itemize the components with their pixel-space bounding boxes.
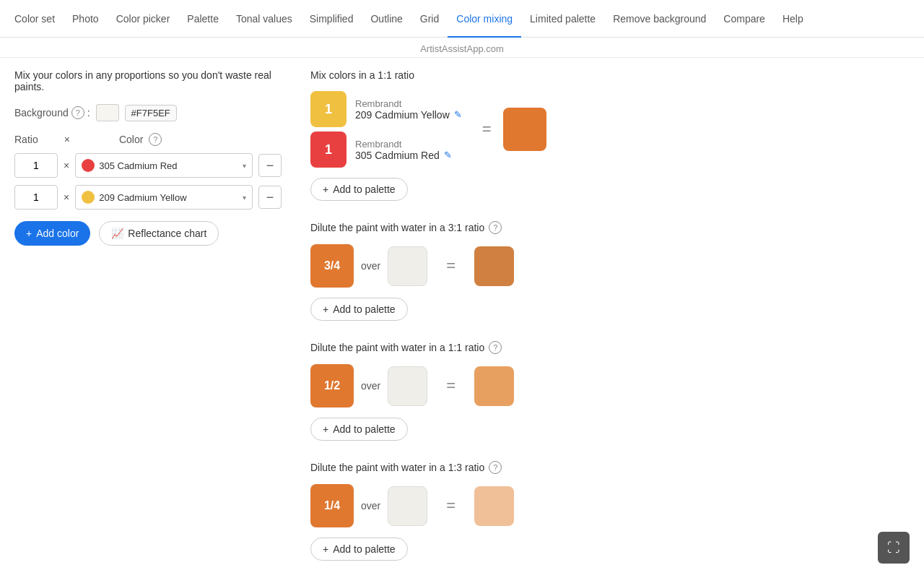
dilution-help-icon-2[interactable]: ?	[489, 461, 502, 474]
nav-item-grid[interactable]: Grid	[411, 0, 448, 38]
nav-item-help[interactable]: Help	[774, 0, 812, 38]
dilution-row-1: 1/2 over =	[310, 364, 910, 407]
nav-item-compare[interactable]: Compare	[715, 0, 774, 38]
ratio-badge-1: 1	[310, 131, 346, 168]
chart-icon: 📈	[111, 228, 123, 239]
mix-section: Mix colors in a 1:1 ratio 1 Rembrandt 20…	[310, 69, 910, 201]
add-to-palette-button-dilution-0[interactable]: + Add to palette	[310, 298, 408, 321]
color-row-1: 123 × 209 Cadmium Yellow ▾ −	[14, 185, 282, 210]
color-help-icon[interactable]: ?	[149, 133, 162, 146]
dilute-badge-2: 1/4	[310, 484, 354, 527]
nav-item-simplified[interactable]: Simplified	[301, 0, 362, 38]
water-swatch-0	[388, 246, 427, 286]
plus-icon: +	[26, 228, 32, 239]
dilution-sections: Dilute the paint with water in a 3:1 rat…	[310, 221, 910, 578]
x-sign-0: ×	[64, 160, 69, 171]
over-label-2: over	[361, 500, 380, 512]
color-name-0: 305 Cadmium Red	[99, 160, 238, 171]
dilution-equals-2: =	[446, 496, 456, 515]
background-label: Background ?:	[14, 106, 90, 119]
page-description: Mix your colors in any proportions so yo…	[14, 69, 282, 92]
ratio-label: Ratio	[14, 134, 38, 145]
color-rows: 123 × 305 Cadmium Red ▾ − 123 × 209 Cadm…	[14, 153, 282, 210]
x-label: ×	[64, 134, 70, 145]
add-palette-label-dilution-0: Add to palette	[333, 303, 395, 315]
dilution-section-2: Dilute the paint with water in a 1:3 rat…	[310, 461, 910, 561]
color-row-0: 123 × 305 Cadmium Red ▾ −	[14, 153, 282, 178]
over-label-1: over	[361, 380, 380, 392]
dilution-result-2	[474, 486, 514, 526]
remove-color-button-0[interactable]: −	[258, 154, 282, 177]
x-sign-1: ×	[64, 191, 69, 203]
add-palette-label-mix: Add to palette	[333, 184, 395, 195]
color-dot-1	[82, 191, 95, 204]
nav-item-photo[interactable]: Photo	[64, 0, 108, 38]
equals-sign: =	[482, 120, 492, 139]
dilution-section-1: Dilute the paint with water in a 1:1 rat…	[310, 341, 910, 441]
dilution-title-0: Dilute the paint with water in a 3:1 rat…	[310, 221, 910, 234]
nav-item-outline[interactable]: Outline	[362, 0, 411, 38]
color-selector-0[interactable]: 305 Cadmium Red ▾	[75, 153, 253, 178]
mix-color-block-0: 1 Rembrandt 209 Cadmium Yellow ✎	[310, 91, 471, 127]
dilute-badge-1: 1/2	[310, 364, 354, 407]
color-brand-0: Rembrandt	[355, 98, 462, 109]
dilute-badge-0: 3/4	[310, 244, 354, 288]
ratio-header: Ratio × Color ?	[14, 133, 282, 146]
background-swatch[interactable]	[96, 104, 119, 121]
chevron-down-icon-0: ▾	[243, 162, 246, 170]
over-label-0: over	[361, 260, 380, 272]
add-to-palette-button-dilution-2[interactable]: + Add to palette	[310, 538, 408, 561]
nav-item-palette[interactable]: Palette	[178, 0, 227, 38]
dilution-help-icon-1[interactable]: ?	[489, 341, 502, 354]
dilution-result-1	[474, 366, 514, 406]
color-info-1: Rembrandt 305 Cadmium Red ✎	[346, 134, 461, 165]
dilution-result-0	[474, 246, 514, 286]
plus-icon-palette-dilution-2: +	[323, 543, 328, 555]
app-subtitle: ArtistAssistApp.com	[0, 38, 924, 58]
add-to-palette-button-mix[interactable]: + Add to palette	[310, 178, 408, 201]
left-panel: Mix your colors in any proportions so yo…	[14, 69, 282, 578]
edit-color-icon-1[interactable]: ✎	[444, 150, 452, 160]
water-swatch-1	[388, 366, 427, 406]
plus-icon-palette-dilution-0: +	[323, 303, 328, 315]
color-name-1: 209 Cadmium Yellow	[99, 192, 238, 203]
add-color-label: Add color	[36, 228, 79, 239]
add-to-palette-button-dilution-1[interactable]: + Add to palette	[310, 418, 408, 441]
plus-icon-palette-dilution-1: +	[323, 423, 328, 435]
dilution-help-icon-0[interactable]: ?	[489, 221, 502, 234]
color-info-0: Rembrandt 209 Cadmium Yellow ✎	[346, 94, 471, 125]
mix-title: Mix colors in a 1:1 ratio	[310, 69, 910, 81]
nav-item-color-picker[interactable]: Color picker	[108, 0, 179, 38]
dilution-title-2: Dilute the paint with water in a 1:3 rat…	[310, 461, 910, 474]
add-palette-label-dilution-2: Add to palette	[333, 543, 395, 555]
water-swatch-2	[388, 486, 427, 526]
remove-color-button-1[interactable]: −	[258, 186, 282, 209]
action-buttons: + Add color 📈 Reflectance chart	[14, 221, 282, 246]
nav-item-tonal-values[interactable]: Tonal values	[227, 0, 301, 38]
color-brand-1: Rembrandt	[355, 139, 452, 150]
color-selector-1[interactable]: 209 Cadmium Yellow ▾	[75, 185, 253, 210]
color-paint-name-1: 305 Cadmium Red ✎	[355, 150, 452, 161]
background-help-icon[interactable]: ?	[71, 106, 84, 119]
edit-color-icon-0[interactable]: ✎	[454, 109, 462, 120]
mix-color-block-1: 1 Rembrandt 305 Cadmium Red ✎	[310, 131, 471, 168]
mix-result-swatch	[503, 108, 546, 151]
nav-item-remove-background[interactable]: Remove background	[604, 0, 715, 38]
right-panel: Mix colors in a 1:1 ratio 1 Rembrandt 20…	[310, 69, 910, 578]
add-color-button[interactable]: + Add color	[14, 221, 90, 246]
dilution-section-0: Dilute the paint with water in a 3:1 rat…	[310, 221, 910, 321]
ratio-badge-0: 1	[310, 91, 346, 127]
fullscreen-button[interactable]: ⛶	[878, 532, 910, 564]
reflectance-chart-button[interactable]: 📈 Reflectance chart	[99, 221, 219, 246]
color-dot-0	[82, 159, 95, 172]
ratio-select-0[interactable]: 123	[14, 153, 58, 178]
background-hex: #F7F5EF	[125, 105, 177, 121]
ratio-select-1[interactable]: 123	[14, 185, 58, 210]
dilution-equals-1: =	[446, 376, 456, 395]
nav-item-color-mixing[interactable]: Color mixing	[448, 0, 521, 38]
reflectance-label: Reflectance chart	[128, 228, 206, 239]
mix-colors-row: 1 Rembrandt 209 Cadmium Yellow ✎ 1 Rembr…	[310, 91, 910, 168]
dilution-row-0: 3/4 over =	[310, 244, 910, 288]
nav-item-color-set[interactable]: Color set	[6, 0, 64, 38]
nav-item-limited-palette[interactable]: Limited palette	[521, 0, 604, 38]
